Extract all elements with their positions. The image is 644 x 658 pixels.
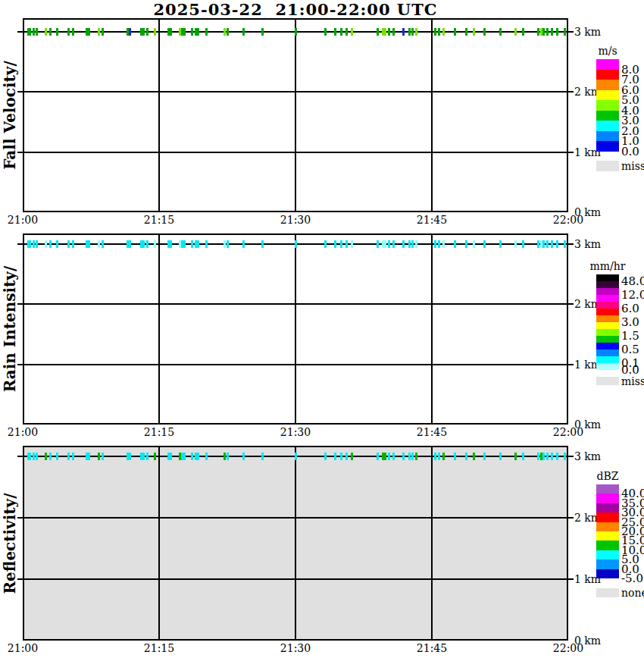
km-gridline <box>24 303 567 305</box>
data-tick <box>227 453 229 460</box>
panel-y-label: Reflectivity/ <box>1 493 19 594</box>
data-tick <box>242 28 245 36</box>
km-axis-label: 3 km <box>574 450 601 462</box>
colorbar-cell <box>596 288 619 295</box>
data-tick <box>181 28 183 36</box>
data-tick <box>56 240 58 248</box>
data-tick <box>454 240 456 248</box>
data-tick <box>261 28 264 36</box>
km-axis-label: 3 km <box>574 238 601 250</box>
data-tick <box>442 28 445 36</box>
data-tick <box>546 28 549 36</box>
data-tick <box>382 240 384 248</box>
data-tick <box>56 453 58 460</box>
time-gridline <box>158 447 160 639</box>
data-tick <box>542 28 545 36</box>
colorbar-cell <box>596 540 619 550</box>
data-tick <box>88 240 90 248</box>
data-tick <box>170 453 172 460</box>
data-tick <box>473 240 475 248</box>
km-tick-right <box>568 152 574 153</box>
colorbar-cell <box>596 141 619 152</box>
data-tick <box>411 28 414 36</box>
data-tick <box>324 28 327 36</box>
data-tick <box>340 240 342 248</box>
km-gridline <box>24 578 567 580</box>
data-tick <box>127 240 129 248</box>
data-tick <box>56 28 58 36</box>
data-tick <box>167 240 170 248</box>
data-tick <box>384 240 386 248</box>
colorbar-cell <box>596 322 619 329</box>
data-tick <box>411 453 414 460</box>
data-tick <box>197 240 199 248</box>
colorbar-value-label: 1.5 <box>621 329 639 343</box>
data-tick <box>140 240 142 248</box>
data-tick <box>442 453 445 460</box>
km-gridline <box>24 364 567 365</box>
data-tick <box>102 240 104 248</box>
data-tick <box>556 240 558 248</box>
data-tick <box>345 240 348 248</box>
data-tick <box>564 28 566 36</box>
data-tick <box>415 28 417 36</box>
data-tick <box>551 453 553 460</box>
time-axis-label: 21:30 <box>278 642 313 654</box>
data-tick <box>382 453 384 460</box>
data-tick <box>33 28 35 36</box>
time-axis-label: 21:30 <box>278 214 313 226</box>
data-tick <box>499 240 502 248</box>
data-tick <box>67 240 70 248</box>
data-tick <box>537 240 539 248</box>
colorbar-cell <box>596 512 619 522</box>
data-tick <box>377 28 379 36</box>
data-tick <box>129 240 131 248</box>
time-gridline <box>295 235 296 423</box>
data-tick <box>36 28 38 36</box>
colorbar-unit-label: m/s <box>581 45 634 57</box>
data-tick <box>537 453 539 460</box>
time-axis-label: 22:00 <box>551 214 586 226</box>
colorbar-cell <box>596 131 619 142</box>
data-tick <box>295 240 297 248</box>
data-tick <box>483 453 486 460</box>
data-tick <box>388 240 390 248</box>
data-tick <box>556 28 558 36</box>
data-tick <box>242 240 245 248</box>
data-tick <box>45 240 47 248</box>
data-tick <box>261 453 264 460</box>
data-tick <box>454 28 456 36</box>
km-axis-label: 3 km <box>574 26 601 38</box>
colorbar-miss-cell <box>596 588 619 597</box>
data-tick <box>408 28 411 36</box>
data-tick <box>438 28 440 36</box>
time-gridline <box>158 20 160 211</box>
data-tick <box>142 453 145 460</box>
colorbar-cell <box>596 111 619 121</box>
data-tick <box>434 240 436 248</box>
colorbar-unit-label: mm/hr <box>581 260 634 272</box>
km-tick-right <box>568 303 574 305</box>
data-tick <box>392 453 395 460</box>
km-tick-left <box>17 31 23 33</box>
data-tick <box>67 28 70 36</box>
data-tick <box>167 453 170 460</box>
time-axis-label: 21:00 <box>5 426 40 438</box>
data-tick <box>88 28 90 36</box>
plot-panel-1 <box>23 18 568 212</box>
colorbar-value-label: 0.5 <box>621 343 639 356</box>
time-axis-label: 21:15 <box>142 214 177 226</box>
data-tick <box>154 28 156 36</box>
time-axis-label: 21:30 <box>278 426 313 438</box>
data-tick <box>72 28 74 36</box>
colorbar-miss-cell <box>596 161 619 171</box>
data-tick <box>146 240 148 248</box>
data-tick <box>522 240 524 248</box>
data-tick <box>351 240 353 248</box>
colorbar-cell <box>596 59 619 70</box>
data-tick <box>392 240 395 248</box>
km-tick-right <box>568 364 574 365</box>
panel-y-label: Fall Velocity/ <box>1 61 19 170</box>
data-tick <box>499 28 502 36</box>
data-tick <box>33 453 35 460</box>
